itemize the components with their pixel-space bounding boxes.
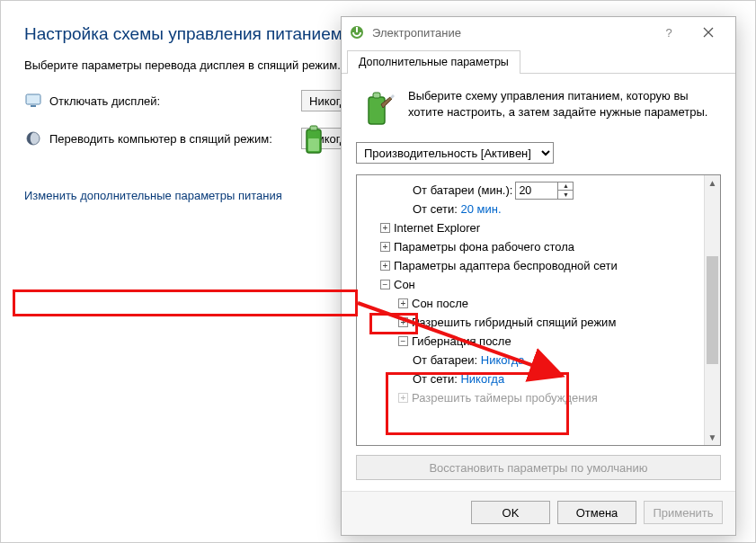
expand-icon[interactable]: + bbox=[398, 317, 408, 327]
tree-ie[interactable]: + Internet Explorer bbox=[362, 218, 718, 237]
tree-hibernate-after[interactable]: − Гибернация после bbox=[362, 332, 718, 351]
expand-icon[interactable]: + bbox=[398, 393, 408, 403]
tree-battery-minutes[interactable]: От батареи (мин.): ▲ ▼ bbox=[362, 181, 718, 200]
ok-button[interactable]: OK bbox=[471, 501, 550, 524]
battery-icon bbox=[298, 122, 334, 158]
expand-icon[interactable]: + bbox=[380, 242, 390, 252]
dialog-titlebar: Электропитание ? bbox=[342, 17, 735, 48]
tree-ac-minutes[interactable]: От сети: 20 мин. bbox=[362, 200, 718, 218]
hibernate-battery-value[interactable]: Никогда bbox=[481, 351, 525, 369]
tree-sleep-after[interactable]: + Сон после bbox=[362, 294, 718, 313]
expand-icon[interactable]: + bbox=[380, 261, 390, 271]
apply-button[interactable]: Применить bbox=[644, 501, 723, 524]
power-plan-select[interactable]: Производительность [Активен] bbox=[356, 142, 554, 164]
dialog-title: Электропитание bbox=[372, 26, 461, 40]
tree-wifi[interactable]: + Параметры адаптера беспроводной сети bbox=[362, 256, 718, 275]
svg-rect-3 bbox=[26, 94, 40, 104]
tab-advanced[interactable]: Дополнительные параметры bbox=[347, 50, 520, 74]
tree-scrollbar[interactable]: ▲ ▼ bbox=[704, 175, 720, 445]
dialog-button-row: OK Отмена Применить bbox=[342, 491, 735, 535]
close-button[interactable] bbox=[689, 19, 728, 46]
tree-hibernate-ac[interactable]: От сети: Никогда bbox=[362, 369, 718, 388]
tree-wake-timers[interactable]: + Разрешить таймеры пробуждения bbox=[362, 388, 718, 407]
svg-rect-7 bbox=[356, 27, 358, 32]
battery-minutes-input[interactable] bbox=[516, 183, 557, 198]
scroll-up-button[interactable]: ▲ bbox=[705, 175, 720, 191]
power-icon bbox=[349, 24, 365, 40]
scroll-down-button[interactable]: ▼ bbox=[705, 430, 720, 445]
battery-minutes-spinbox[interactable]: ▲ ▼ bbox=[515, 182, 574, 200]
settings-tree: От батареи (мин.): ▲ ▼ От сети: 20 мин. … bbox=[356, 174, 721, 446]
tree-hibernate-battery[interactable]: От батареи: Никогда bbox=[362, 351, 718, 369]
moon-icon bbox=[24, 129, 42, 147]
display-off-label: Отключать дисплей: bbox=[49, 94, 301, 108]
expand-icon[interactable]: + bbox=[380, 223, 390, 233]
collapse-icon[interactable]: − bbox=[398, 336, 408, 346]
sleep-label: Переводить компьютер в спящий режим: bbox=[49, 132, 301, 146]
svg-rect-1 bbox=[310, 126, 317, 130]
ac-minutes-value[interactable]: 20 мин. bbox=[460, 200, 501, 218]
collapse-icon[interactable]: − bbox=[380, 280, 390, 289]
svg-rect-8 bbox=[369, 97, 385, 124]
svg-rect-9 bbox=[373, 93, 380, 98]
svg-rect-4 bbox=[31, 105, 36, 107]
dialog-intro: Выберите схему управления питанием, кото… bbox=[408, 88, 721, 131]
tree-hybrid-sleep[interactable]: + Разрешить гибридный спящий режим bbox=[362, 313, 718, 332]
battery-plan-icon bbox=[356, 88, 399, 131]
expand-icon[interactable]: + bbox=[398, 298, 408, 308]
display-icon bbox=[24, 92, 42, 110]
scroll-thumb[interactable] bbox=[707, 256, 718, 364]
tree-desktop-bg[interactable]: + Параметры фона рабочего стола bbox=[362, 237, 718, 256]
hibernate-ac-value[interactable]: Никогда bbox=[460, 369, 504, 388]
power-options-dialog: Электропитание ? Дополнительные параметр… bbox=[341, 16, 736, 536]
help-button[interactable]: ? bbox=[649, 19, 689, 46]
spin-down[interactable]: ▼ bbox=[558, 191, 573, 199]
tree-sleep[interactable]: − Сон bbox=[362, 275, 718, 294]
cancel-button[interactable]: Отмена bbox=[557, 501, 636, 524]
restore-defaults-button[interactable]: Восстановить параметры по умолчанию bbox=[356, 455, 721, 480]
advanced-power-link[interactable]: Изменить дополнительные параметры питани… bbox=[24, 189, 282, 202]
tab-strip: Дополнительные параметры bbox=[342, 48, 735, 74]
svg-rect-2 bbox=[308, 138, 319, 151]
